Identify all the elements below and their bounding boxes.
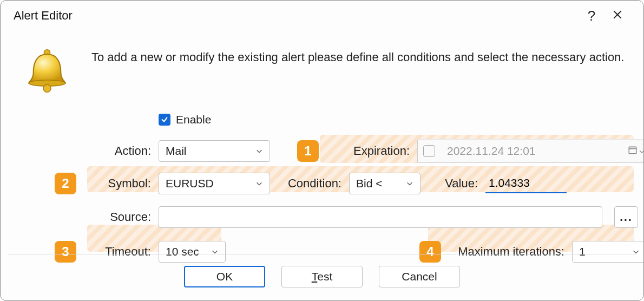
test-button[interactable]: Test [281,266,363,287]
row-symbol: 2 Symbol: EURUSD Condition: Bid < Value: [55,168,633,199]
row-enable: Enable [55,104,633,135]
expiration-label: Expiration: [333,144,414,158]
enable-checkbox[interactable] [159,114,170,126]
svg-point-2 [43,84,51,92]
svg-rect-3 [629,147,636,153]
help-icon: ? [588,8,595,24]
annotation-2: 2 [55,173,76,194]
cancel-label: Cancel [402,270,437,283]
action-label: Action: [90,144,155,158]
row-source: Source: ... [55,202,633,232]
close-button[interactable] [604,6,630,25]
form-area: Enable Action: Mail 1 Expiration: [55,104,633,267]
cancel-button[interactable]: Cancel [379,266,460,287]
calendar-button[interactable] [628,145,644,158]
titlebar: Alert Editor ? [1,1,643,29]
source-input[interactable] [159,206,602,228]
bell-icon [20,44,74,98]
action-select[interactable]: Mail [159,140,270,162]
ok-button[interactable]: OK [184,266,265,287]
source-label: Source: [90,210,155,224]
condition-label: Condition: [286,176,346,191]
value-input[interactable] [485,174,567,193]
chevron-down-icon [639,145,644,158]
browse-button[interactable]: ... [614,206,638,228]
expiration-checkbox[interactable] [423,145,435,157]
annotation-1: 1 [297,140,319,162]
dialog-content: To add a new or modify the existing aler… [1,29,643,253]
condition-select[interactable]: Bid < [349,173,420,194]
ok-label: OK [216,270,233,283]
enable-label: Enable [176,113,211,126]
window-title: Alert Editor [14,9,579,23]
chevron-down-icon [255,145,263,158]
chevron-down-icon [255,177,263,190]
calendar-icon [628,145,638,158]
value-label: Value: [428,176,482,191]
condition-value: Bid < [356,177,382,190]
close-icon [613,9,622,23]
test-label: Test [312,270,333,283]
browse-label: ... [620,211,633,224]
chevron-down-icon [406,177,413,190]
symbol-label: Symbol: [90,176,155,191]
expiration-field[interactable]: 2022.11.24 12:01 [417,139,644,163]
intro-text: To add a new or modify the existing aler… [91,50,627,64]
help-button[interactable]: ? [579,6,604,25]
alert-editor-window: Alert Editor ? [0,0,644,301]
expiration-value: 2022.11.24 12:01 [447,145,621,158]
symbol-value: EURUSD [166,177,214,190]
row-action: Action: Mail 1 Expiration: 2022.11.24 12… [55,136,633,166]
symbol-select[interactable]: EURUSD [159,173,270,194]
dialog-footer: OK Test Cancel [1,253,643,300]
action-value: Mail [166,145,187,158]
